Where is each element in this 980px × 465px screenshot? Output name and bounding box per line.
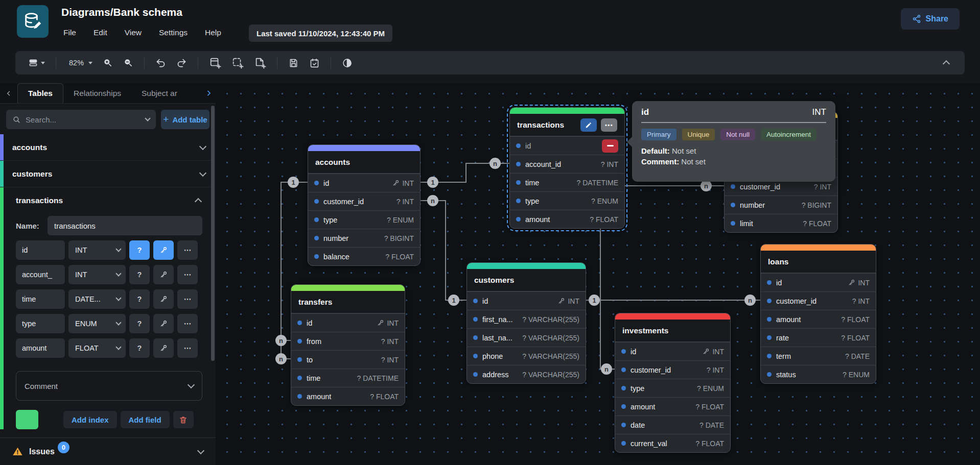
- table-field-row[interactable]: balance? FLOAT: [308, 247, 420, 265]
- redo-button[interactable]: [173, 55, 191, 71]
- table-field-row[interactable]: amount? FLOAT: [291, 387, 405, 405]
- delete-table-button[interactable]: [173, 411, 194, 428]
- primary-key-toggle[interactable]: [153, 240, 174, 260]
- nullable-toggle[interactable]: ?: [129, 240, 150, 260]
- field-name-input[interactable]: amount: [16, 338, 65, 358]
- table-menu-button[interactable]: •••: [601, 118, 617, 132]
- field-type-select[interactable]: ENUM: [68, 314, 126, 333]
- table-field-row[interactable]: term? DATE: [761, 347, 876, 365]
- sidebar-item-accounts[interactable]: accounts: [0, 134, 216, 161]
- table-field-row[interactable]: customer_id? INT: [615, 360, 730, 379]
- primary-key-toggle[interactable]: [153, 338, 174, 358]
- nullable-toggle[interactable]: ?: [129, 338, 150, 358]
- nullable-toggle[interactable]: ?: [129, 289, 150, 309]
- table-field-row[interactable]: time? DATETIME: [510, 173, 624, 191]
- tabs-scroll-right-button[interactable]: [205, 83, 213, 103]
- table-field-row[interactable]: type? ENUM: [308, 210, 420, 229]
- share-button[interactable]: Share: [901, 8, 960, 30]
- field-name-input[interactable]: account_: [16, 265, 65, 284]
- table-field-row[interactable]: type? ENUM: [510, 191, 624, 210]
- nullable-toggle[interactable]: ?: [129, 265, 150, 284]
- field-more-button[interactable]: ⋯: [177, 314, 198, 333]
- add-table-button[interactable]: + Add table: [161, 110, 209, 129]
- field-more-button[interactable]: ⋯: [177, 289, 198, 309]
- tab-relationships[interactable]: Relationships: [63, 83, 131, 103]
- table-field-row[interactable]: limit? FLOAT: [725, 214, 837, 232]
- table-field-row[interactable]: amount? FLOAT: [615, 397, 730, 415]
- table-field-row[interactable]: time? DATETIME: [291, 369, 405, 387]
- delete-field-button[interactable]: [602, 139, 618, 153]
- sidebar-item-transactions[interactable]: transactions: [12, 187, 202, 214]
- canvas-table-accounts[interactable]: accounts idINT customer_id? INT type? EN…: [308, 144, 421, 266]
- add-table-tool[interactable]: [205, 54, 225, 71]
- add-index-button[interactable]: Add index: [63, 411, 117, 428]
- zoom-out-button[interactable]: [120, 55, 137, 70]
- undo-button[interactable]: [152, 55, 170, 71]
- comment-collapse[interactable]: Comment: [16, 371, 202, 401]
- diagram-canvas[interactable]: 1 n n 1 n n 1 1 n n n accounts idINT cus…: [216, 83, 980, 465]
- sidebar-item-customers[interactable]: customers: [0, 161, 216, 187]
- field-name-input[interactable]: type: [16, 314, 65, 333]
- canvas-table-customers[interactable]: customers idINT first_na...? VARCHAR(255…: [466, 262, 586, 384]
- toolbar-collapse-button[interactable]: [940, 57, 952, 69]
- tab-tables[interactable]: Tables: [17, 83, 63, 103]
- field-more-button[interactable]: ⋯: [177, 240, 198, 260]
- tab-subject-areas[interactable]: Subject ar: [131, 83, 180, 103]
- add-note-tool[interactable]: [250, 54, 270, 71]
- primary-key-toggle[interactable]: [153, 289, 174, 309]
- app-logo[interactable]: [17, 5, 49, 38]
- canvas-table-loans[interactable]: loans idINT customer_id? INT amount? FLO…: [760, 244, 876, 384]
- field-type-select[interactable]: FLOAT: [68, 338, 126, 358]
- primary-key-toggle[interactable]: [153, 265, 174, 284]
- table-name-input[interactable]: [48, 216, 202, 235]
- canvas-table-transfers[interactable]: transfers idINT from? INT to? INT time? …: [291, 284, 405, 406]
- table-field-row[interactable]: first_na...? VARCHAR(255): [467, 310, 586, 328]
- sidebar-scrollbar[interactable]: [211, 106, 215, 361]
- zoom-in-button[interactable]: [99, 55, 116, 70]
- tabs-scroll-left-button[interactable]: [0, 83, 17, 103]
- table-field-row[interactable]: amount? FLOAT: [510, 210, 624, 228]
- table-field-row[interactable]: id: [510, 136, 624, 155]
- layout-button[interactable]: [25, 55, 49, 70]
- nullable-toggle[interactable]: ?: [129, 314, 150, 333]
- primary-key-toggle[interactable]: [153, 314, 174, 333]
- issues-bar[interactable]: Issues 0: [0, 437, 216, 465]
- table-field-row[interactable]: idINT: [291, 313, 405, 332]
- search-box[interactable]: [6, 110, 156, 129]
- edit-table-button[interactable]: [580, 118, 597, 132]
- field-name-input[interactable]: time: [16, 289, 65, 309]
- field-type-select[interactable]: INT: [68, 240, 126, 260]
- table-field-row[interactable]: idINT: [761, 273, 876, 291]
- zoom-level-dropdown[interactable]: 82%: [63, 56, 96, 69]
- table-field-row[interactable]: amount? FLOAT: [761, 310, 876, 328]
- table-field-row[interactable]: account_id? INT: [510, 155, 624, 173]
- table-field-row[interactable]: status? ENUM: [761, 365, 876, 383]
- theme-toggle[interactable]: [338, 55, 356, 71]
- table-field-row[interactable]: idINT: [467, 291, 586, 310]
- table-field-row[interactable]: customer_id? INT: [761, 291, 876, 310]
- table-field-row[interactable]: from? INT: [291, 332, 405, 350]
- table-field-row[interactable]: phone? VARCHAR(255): [467, 347, 586, 365]
- table-field-row[interactable]: idINT: [615, 342, 730, 360]
- search-input[interactable]: [26, 115, 141, 124]
- field-more-button[interactable]: ⋯: [177, 265, 198, 284]
- table-field-row[interactable]: current_val? FLOAT: [615, 434, 730, 452]
- table-field-row[interactable]: idINT: [308, 174, 420, 192]
- table-field-row[interactable]: last_na...? VARCHAR(255): [467, 328, 586, 347]
- canvas-table-investments[interactable]: investments idINT customer_id? INT type?…: [615, 313, 731, 453]
- table-field-row[interactable]: to? INT: [291, 350, 405, 369]
- field-type-select[interactable]: DATE...: [68, 289, 126, 309]
- field-more-button[interactable]: ⋯: [177, 338, 198, 358]
- menu-file[interactable]: File: [57, 26, 82, 40]
- table-field-row[interactable]: number? BIGINT: [308, 229, 420, 247]
- table-field-row[interactable]: customer_id? INT: [308, 192, 420, 210]
- canvas-table-transactions[interactable]: transactions ••• id account_id? INT time…: [509, 107, 625, 229]
- table-field-row[interactable]: address? VARCHAR(255): [467, 365, 586, 383]
- menu-help[interactable]: Help: [199, 26, 227, 40]
- commit-button[interactable]: [306, 55, 323, 71]
- menu-settings[interactable]: Settings: [153, 26, 194, 40]
- table-color-swatch[interactable]: [16, 410, 38, 429]
- menu-view[interactable]: View: [119, 26, 148, 40]
- table-field-row[interactable]: type? ENUM: [615, 379, 730, 397]
- field-name-input[interactable]: id: [16, 240, 65, 260]
